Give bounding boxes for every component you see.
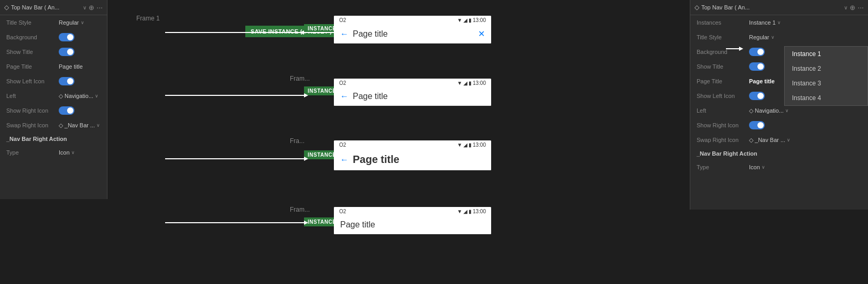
more-options-icon[interactable]: ··· (96, 3, 103, 12)
carrier-4: O2 (339, 209, 346, 214)
dropdown-item-instance3[interactable]: Instance 3 (785, 76, 867, 91)
background-toggle[interactable] (59, 33, 74, 41)
carrier-1: O2 (339, 17, 346, 23)
show-title-label: Show Title (6, 49, 59, 55)
nav-bar-3: ← Page title (334, 149, 491, 170)
right-panel: ◇ Top Nav Bar ( An... ∨ ⊕ ··· Instances … (690, 0, 868, 210)
nav-bar-4: Page title (334, 216, 491, 234)
swap-right-icon-label: Swap Right Icon (6, 122, 59, 128)
right-target-icon[interactable]: ⊕ (850, 4, 855, 12)
status-icons-3: ▼ ◢ ▮ 13:00 (457, 142, 486, 148)
page-title-4: Page title (340, 220, 485, 230)
right-swap-right-icon-row: Swap Right Icon ◇ _Nav Bar ... ∨ (690, 133, 868, 147)
network-icon-4: ◢ (463, 209, 468, 214)
page-title-1: Page title (353, 29, 474, 39)
dropdown-item-instance4[interactable]: Instance 4 (785, 91, 867, 105)
show-left-icon-row: Show Left Icon (0, 74, 107, 89)
network-icon: ◢ (463, 17, 468, 23)
right-title-style-row: Title Style Regular ∨ (690, 30, 868, 45)
right-type-value[interactable]: Icon ∨ (749, 164, 765, 170)
right-type-row: Type Icon ∨ (690, 160, 868, 174)
status-bar-4: O2 ▼ ◢ ▮ 13:00 (334, 207, 491, 216)
right-left-label: Left (697, 107, 749, 114)
phone-frame-2: O2 ▼ ◢ ▮ 13:00 ← Page title (334, 79, 491, 106)
background-row: Background (0, 30, 107, 45)
right-type-label: Type (697, 164, 749, 170)
right-panel-header: ◇ Top Nav Bar ( An... ∨ ⊕ ··· (690, 0, 868, 15)
right-left-value[interactable]: ◇ Navigatio... ∨ (749, 107, 789, 114)
close-icon-1: ✕ (478, 29, 485, 39)
show-left-icon-label: Show Left Icon (6, 78, 59, 84)
right-title-style-value[interactable]: Regular ∨ (749, 34, 775, 40)
left-panel-title: Top Nav Bar ( An... (11, 4, 81, 10)
phone-frame-3: O2 ▼ ◢ ▮ 13:00 ← Page title (334, 140, 491, 170)
swap-right-icon-value[interactable]: ◇ _Nav Bar ... ∨ (59, 122, 100, 129)
page-title-value: Page title (59, 63, 83, 70)
show-left-icon-toggle[interactable] (59, 77, 74, 85)
diamond-icon: ◇ (4, 4, 9, 11)
right-instances-row: Instances Instance 1 ∨ (690, 15, 868, 30)
frame1-label: Frame 1 (136, 15, 160, 22)
right-page-title-label: Page Title (697, 78, 749, 84)
show-right-icon-label: Show Right Icon (6, 107, 59, 114)
title-style-value[interactable]: Regular ∨ (59, 19, 84, 26)
right-swap-right-icon-label: Swap Right Icon (697, 137, 749, 143)
battery-icon-4: ▮ (469, 209, 472, 214)
background-label: Background (6, 34, 59, 40)
title-style-label: Title Style (6, 19, 59, 26)
left-value[interactable]: ◇ Navigatio... ∨ (59, 93, 99, 100)
back-arrow-2: ← (340, 92, 349, 101)
nav-bar-2: ← Page title (334, 88, 491, 106)
back-arrow-3: ← (340, 155, 349, 165)
right-instances-label: Instances (697, 19, 749, 26)
time-4: 13:00 (473, 209, 486, 214)
right-more-options-icon[interactable]: ··· (858, 3, 864, 12)
nav-bar-right-action-section: _Nav Bar Right Action (0, 133, 107, 145)
battery-icon-2: ▮ (469, 80, 472, 86)
page-title-2: Page title (353, 92, 485, 101)
signal-icon: ▼ (457, 17, 462, 23)
title-style-row: Title Style Regular ∨ (0, 15, 107, 30)
status-bar-3: O2 ▼ ◢ ▮ 13:00 (334, 140, 491, 149)
page-title-row: Page Title Page title (0, 59, 107, 74)
type-value[interactable]: Icon ∨ (59, 149, 75, 156)
signal-icon-4: ▼ (457, 209, 462, 214)
right-show-left-icon-label: Show Left Icon (697, 93, 749, 99)
type-row: Type Icon ∨ (0, 145, 107, 160)
carrier-2: O2 (339, 80, 346, 86)
right-background-toggle[interactable] (749, 48, 765, 56)
status-bar-2: O2 ▼ ◢ ▮ 13:00 (334, 79, 491, 88)
battery-icon-3: ▮ (469, 142, 472, 148)
show-right-icon-row: Show Right Icon (0, 103, 107, 118)
carrier-3: O2 (339, 142, 346, 148)
right-swap-right-icon-value[interactable]: ◇ _Nav Bar ... ∨ (749, 137, 790, 144)
phone-frame-4: O2 ▼ ◢ ▮ 13:00 Page title (334, 207, 491, 234)
dropdown-item-instance1[interactable]: Instance 1 (785, 47, 867, 61)
right-diamond-icon: ◇ (695, 4, 699, 11)
right-show-right-icon-toggle[interactable] (749, 121, 765, 129)
dropdown-item-instance2[interactable]: Instance 2 (785, 61, 867, 76)
chevron-down-icon[interactable]: ∨ (83, 5, 86, 10)
right-background-label: Background (697, 49, 749, 55)
instances-dropdown: Instance 1 Instance 2 Instance 3 Instanc… (784, 46, 868, 106)
right-show-left-icon-toggle[interactable] (749, 92, 765, 100)
right-show-title-toggle[interactable] (749, 62, 765, 71)
type-label: Type (6, 149, 59, 156)
right-title-style-label: Title Style (697, 34, 749, 40)
left-row: Left ◇ Navigatio... ∨ (0, 89, 107, 103)
right-page-title-value: Page title (749, 78, 775, 84)
show-right-icon-toggle[interactable] (59, 106, 74, 115)
time-2: 13:00 (473, 80, 486, 86)
network-icon-3: ◢ (463, 142, 468, 148)
target-icon[interactable]: ⊕ (89, 4, 94, 12)
back-arrow-1: ← (340, 29, 349, 39)
frame4-label: Fram... (290, 206, 310, 213)
battery-icon: ▮ (469, 17, 472, 23)
time-1: 13:00 (473, 17, 486, 23)
right-instances-value[interactable]: Instance 1 ∨ (749, 19, 781, 26)
nav-bar-1: ← Page title ✕ (334, 25, 491, 43)
phone-frame-1: O2 ▼ ◢ ▮ 13:00 ← Page title ✕ (334, 16, 491, 43)
page-title-label: Page Title (6, 63, 59, 70)
show-title-toggle[interactable] (59, 48, 74, 56)
right-chevron-icon[interactable]: ∨ (844, 5, 848, 10)
